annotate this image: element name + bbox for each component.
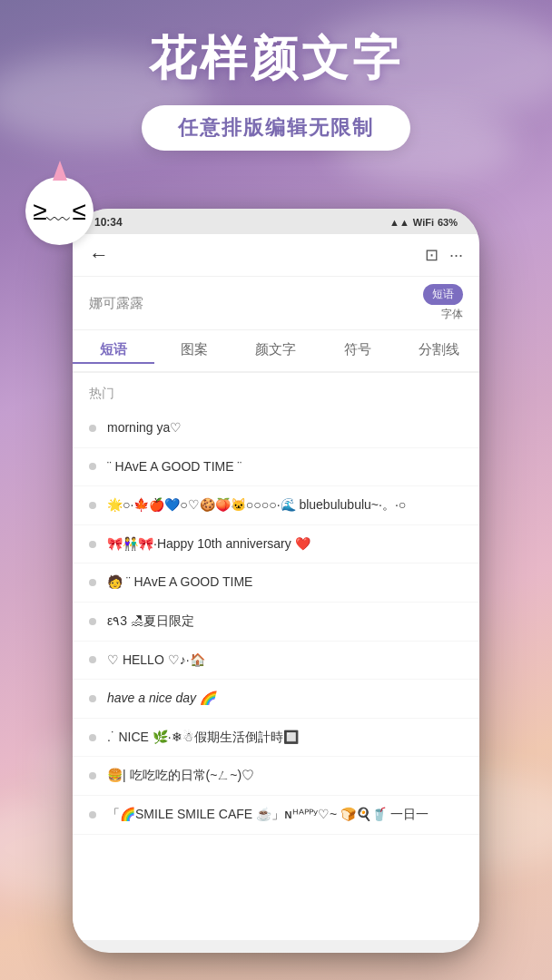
status-bar: 10:34 ▲▲ WiFi 63% bbox=[73, 209, 479, 234]
subtitle-pill: 任意排版编辑无限制 bbox=[142, 105, 410, 151]
status-right: ▲▲ WiFi 63% bbox=[389, 217, 458, 228]
phrase-input-display[interactable]: 娜可露露 bbox=[89, 295, 423, 312]
list-item-text: 🎀👫🎀·Happy 10th anniversary ❤️ bbox=[107, 535, 310, 554]
main-title: 花样颜文字 bbox=[149, 27, 403, 91]
list-container: morning ya♡¨ HAvE A GOOD TIME ¨🌟○·🍁🍎💙○♡🍪… bbox=[73, 409, 479, 835]
phone: 10:34 ▲▲ WiFi 63% ← ⊡ ··· 娜可露露 短语 字体 短语图… bbox=[73, 209, 479, 953]
list-item-text: 🌟○·🍁🍎💙○♡🍪🍑🐱○○○○·🌊 bluebulubulu~·。·○ bbox=[107, 496, 406, 514]
list-dot bbox=[89, 541, 96, 548]
phone-wrapper: 10:34 ▲▲ WiFi 63% ← ⊡ ··· 娜可露露 短语 字体 短语图… bbox=[73, 209, 479, 953]
battery-indicator: 63% bbox=[438, 217, 458, 228]
more-icon[interactable]: ··· bbox=[449, 246, 463, 265]
list-item-text: have a nice day 🌈 bbox=[107, 690, 215, 708]
list-item[interactable]: have a nice day 🌈 bbox=[73, 680, 479, 719]
list-item-text: 🧑 ¨ HAvE A GOOD TIME bbox=[107, 573, 252, 592]
list-dot bbox=[89, 772, 96, 779]
list-dot bbox=[89, 618, 96, 625]
list-dot bbox=[89, 425, 96, 432]
list-item[interactable]: 「🌈SMILE SMILE CAFE ☕」ɴᴴᴬᴾᴾʸ♡~ 🍞🍳🥤 一日一 bbox=[73, 796, 479, 835]
list-item-text: morning ya♡ bbox=[107, 419, 182, 437]
nav-bar: ← ⊡ ··· bbox=[73, 234, 479, 277]
list-dot bbox=[89, 502, 96, 509]
list-item[interactable]: morning ya♡ bbox=[73, 409, 479, 448]
badge-phrase[interactable]: 短语 bbox=[423, 284, 463, 305]
list-item[interactable]: ¨ HAvE A GOOD TIME ¨ bbox=[73, 448, 479, 487]
copy-icon[interactable]: ⊡ bbox=[425, 245, 439, 265]
list-dot bbox=[89, 734, 96, 741]
list-item-text: 🍔| 吃吃吃的日常(~ㄥ~)♡ bbox=[107, 767, 254, 785]
nav-right-icons: ⊡ ··· bbox=[425, 245, 463, 265]
list-item[interactable]: 🌟○·🍁🍎💙○♡🍪🍑🐱○○○○·🌊 bluebulubulu~·。·○ bbox=[73, 486, 479, 525]
mascot-emoji: ≥﹏≤ bbox=[33, 194, 86, 229]
tab-bar: 短语图案颜文字符号分割线 bbox=[73, 330, 479, 373]
list-item-text: 「🌈SMILE SMILE CAFE ☕」ɴᴴᴬᴾᴾʸ♡~ 🍞🍳🥤 一日一 bbox=[107, 806, 429, 824]
list-dot bbox=[89, 579, 96, 586]
list-item[interactable]: .˙ NICE 🌿·❄☃假期生活倒計時🔲 bbox=[73, 719, 479, 758]
tab-phrase[interactable]: 短语 bbox=[73, 341, 154, 364]
mascot-horn bbox=[53, 161, 67, 181]
list-item[interactable]: ε٩3 🏖夏日限定 bbox=[73, 603, 479, 642]
mascot-face: ≥﹏≤ bbox=[25, 177, 94, 245]
content-area[interactable]: 热门 morning ya♡¨ HAvE A GOOD TIME ¨🌟○·🍁🍎💙… bbox=[73, 373, 479, 940]
mascot: ≥﹏≤ bbox=[25, 177, 107, 259]
list-dot bbox=[89, 656, 96, 663]
list-dot bbox=[89, 463, 96, 470]
list-item[interactable]: 🍔| 吃吃吃的日常(~ㄥ~)♡ bbox=[73, 757, 479, 796]
section-label-hot: 热门 bbox=[73, 373, 479, 409]
badge-font[interactable]: 字体 bbox=[441, 307, 463, 322]
list-dot bbox=[89, 695, 96, 702]
list-item-text: .˙ NICE 🌿·❄☃假期生活倒計時🔲 bbox=[107, 729, 299, 747]
list-item[interactable]: 🧑 ¨ HAvE A GOOD TIME bbox=[73, 564, 479, 603]
list-item[interactable]: 🎀👫🎀·Happy 10th anniversary ❤️ bbox=[73, 525, 479, 564]
header-area: 花样颜文字 任意排版编辑无限制 bbox=[0, 0, 552, 151]
list-item-text: ♡ HELLO ♡♪·🏠 bbox=[107, 652, 205, 670]
list-item[interactable]: ♡ HELLO ♡♪·🏠 bbox=[73, 642, 479, 681]
phrase-badges: 短语 字体 bbox=[423, 284, 463, 322]
phrase-bar: 娜可露露 短语 字体 bbox=[73, 277, 479, 330]
list-dot bbox=[89, 811, 96, 818]
wifi-icon: WiFi bbox=[413, 217, 434, 228]
signal-icon: ▲▲ bbox=[389, 217, 409, 228]
tab-emoji[interactable]: 颜文字 bbox=[235, 341, 317, 364]
list-item-text: ¨ HAvE A GOOD TIME ¨ bbox=[107, 458, 242, 476]
tab-pattern[interactable]: 图案 bbox=[154, 341, 236, 364]
tab-divider[interactable]: 分割线 bbox=[398, 341, 479, 364]
tab-symbol[interactable]: 符号 bbox=[317, 341, 399, 364]
list-item-text: ε٩3 🏖夏日限定 bbox=[107, 612, 194, 631]
